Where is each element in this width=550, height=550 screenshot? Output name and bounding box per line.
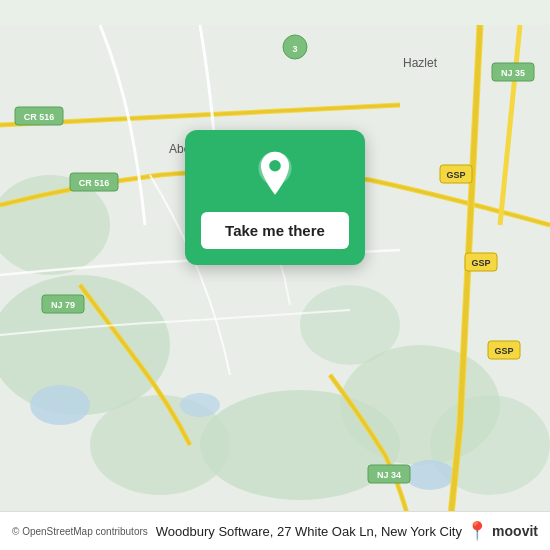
bottom-bar: © OpenStreetMap contributors Woodbury So… bbox=[0, 511, 550, 550]
moovit-logo: 📍 moovit bbox=[466, 520, 538, 542]
take-me-there-button[interactable]: Take me there bbox=[201, 212, 349, 249]
svg-point-32 bbox=[269, 160, 281, 172]
svg-point-10 bbox=[180, 393, 220, 417]
svg-text:NJ 34: NJ 34 bbox=[377, 470, 401, 480]
map-container: CR 516 CR 516 NJ 79 NJ 34 3 NJ 35 GSP GS… bbox=[0, 0, 550, 550]
copyright-text: © OpenStreetMap contributors bbox=[12, 526, 148, 537]
svg-text:Hazlet: Hazlet bbox=[403, 56, 438, 70]
action-card: Take me there bbox=[185, 130, 365, 265]
svg-point-8 bbox=[30, 385, 90, 425]
svg-text:GSP: GSP bbox=[494, 346, 513, 356]
svg-text:NJ 79: NJ 79 bbox=[51, 300, 75, 310]
svg-point-9 bbox=[405, 460, 455, 490]
svg-text:NJ 35: NJ 35 bbox=[501, 68, 525, 78]
svg-text:GSP: GSP bbox=[446, 170, 465, 180]
location-info: Woodbury Software, 27 White Oak Ln, New … bbox=[156, 524, 466, 539]
moovit-pin-icon: 📍 bbox=[466, 520, 488, 542]
bottom-left-area: © OpenStreetMap contributors bbox=[12, 526, 148, 537]
map-background: CR 516 CR 516 NJ 79 NJ 34 3 NJ 35 GSP GS… bbox=[0, 0, 550, 550]
location-pin-icon bbox=[251, 150, 299, 198]
svg-point-7 bbox=[300, 285, 400, 365]
moovit-brand-name: moovit bbox=[492, 523, 538, 539]
svg-text:CR 516: CR 516 bbox=[79, 178, 110, 188]
svg-text:3: 3 bbox=[292, 44, 297, 54]
svg-text:CR 516: CR 516 bbox=[24, 112, 55, 122]
svg-text:GSP: GSP bbox=[471, 258, 490, 268]
